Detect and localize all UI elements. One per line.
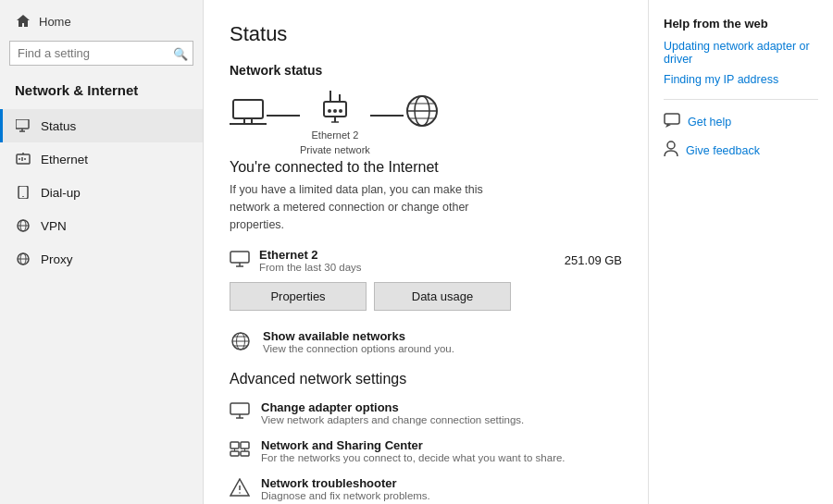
- proxy-icon: [15, 251, 31, 267]
- svg-rect-41: [230, 403, 249, 414]
- proxy-label: Proxy: [41, 252, 73, 266]
- svg-rect-46: [230, 451, 239, 456]
- connection-bar: Ethernet 2 From the last 30 days 251.09 …: [230, 248, 622, 273]
- ethernet-label: Ethernet: [41, 153, 88, 166]
- dialup-label: Dial-up: [41, 186, 81, 200]
- adapter-desc: View network adapters and change connect…: [261, 414, 524, 425]
- svg-rect-0: [16, 119, 29, 129]
- right-panel-title: Help from the web: [664, 17, 818, 31]
- vpn-label: VPN: [41, 219, 67, 233]
- sidebar: Home 🔍 Network & Internet Status Etherne…: [0, 0, 204, 504]
- connection-sub: From the last 30 days: [259, 262, 555, 273]
- get-help-label: Get help: [688, 116, 731, 129]
- ethernet2-label: Ethernet 2: [312, 129, 359, 141]
- search-box: 🔍: [9, 41, 193, 66]
- right-panel: Help from the web Updating network adapt…: [648, 0, 833, 504]
- svg-point-25: [339, 109, 342, 113]
- sidebar-item-proxy[interactable]: Proxy: [0, 242, 203, 276]
- adv-adapter[interactable]: Change adapter options View network adap…: [230, 400, 622, 425]
- advanced-title: Advanced network settings: [230, 371, 622, 387]
- network-status-label: Network status: [230, 63, 622, 78]
- home-label: Home: [39, 15, 71, 29]
- main-content: Status Network status: [204, 0, 648, 504]
- right-link-ip[interactable]: Finding my IP address: [664, 73, 818, 86]
- show-networks-row[interactable]: Show available networks View the connect…: [230, 329, 622, 354]
- svg-point-24: [333, 109, 337, 113]
- net-line-2: [370, 115, 404, 117]
- svg-rect-16: [233, 100, 263, 118]
- give-feedback-action[interactable]: Give feedback: [664, 141, 818, 161]
- get-help-action[interactable]: Get help: [664, 113, 818, 131]
- sharing-icon: [230, 440, 250, 460]
- right-link-adapter[interactable]: Updating network adapter or driver: [664, 40, 818, 66]
- svg-point-55: [667, 141, 675, 149]
- connection-usage: 251.09 GB: [565, 253, 622, 267]
- svg-rect-53: [665, 114, 679, 124]
- properties-button[interactable]: Properties: [230, 282, 367, 311]
- show-networks-content: Show available networks View the connect…: [263, 329, 454, 354]
- sharing-desc: For the networks you connect to, decide …: [261, 452, 566, 463]
- svg-rect-47: [241, 451, 249, 456]
- sidebar-item-status[interactable]: Status: [0, 109, 203, 142]
- connection-details: Ethernet 2 From the last 30 days: [259, 248, 555, 273]
- search-input[interactable]: [9, 41, 193, 66]
- net-line-1: [267, 115, 300, 117]
- sharing-title: Network and Sharing Center: [261, 438, 566, 452]
- adapter-title: Change adapter options: [261, 400, 524, 414]
- globe-icon-group: [404, 94, 441, 152]
- search-icon: 🔍: [173, 46, 188, 60]
- networks-icon: [230, 331, 252, 354]
- show-networks-title: Show available networks: [263, 329, 454, 343]
- svg-rect-33: [230, 252, 249, 263]
- svg-point-23: [328, 109, 331, 113]
- connection-icon: [230, 251, 250, 270]
- connected-title: You're connected to the Internet: [230, 159, 622, 176]
- person-icon: [664, 141, 678, 161]
- laptop-icon-group: [230, 98, 267, 148]
- sidebar-title: Network & Internet: [0, 75, 203, 109]
- svg-rect-44: [230, 442, 239, 449]
- action-buttons: Properties Data usage: [230, 282, 622, 311]
- connected-desc: If you have a limited data plan, you can…: [230, 181, 526, 233]
- svg-rect-3: [17, 154, 30, 164]
- status-label: Status: [41, 119, 76, 133]
- troubleshoot-desc: Diagnose and fix network problems.: [261, 490, 430, 501]
- network-diagram: Ethernet 2 Private network: [230, 91, 622, 155]
- connection-name: Ethernet 2: [259, 248, 555, 262]
- sidebar-home-item[interactable]: Home: [0, 0, 203, 35]
- troubleshoot-title: Network troubleshooter: [261, 476, 430, 490]
- private-network-label: Private network: [300, 144, 370, 155]
- vpn-icon: [15, 217, 31, 234]
- give-feedback-label: Give feedback: [686, 144, 760, 157]
- ethernet-icon: [15, 151, 31, 167]
- right-divider: [664, 99, 818, 100]
- data-usage-button[interactable]: Data usage: [374, 282, 511, 311]
- sidebar-item-dialup[interactable]: Dial-up: [0, 176, 203, 209]
- router-icon-group: Ethernet 2 Private network: [300, 91, 370, 155]
- adv-troubleshoot[interactable]: Network troubleshooter Diagnose and fix …: [230, 476, 622, 501]
- dialup-icon: [15, 184, 31, 201]
- troubleshoot-icon: [230, 478, 250, 499]
- sidebar-item-ethernet[interactable]: Ethernet: [0, 142, 203, 176]
- page-title: Status: [230, 22, 622, 46]
- adv-sharing[interactable]: Network and Sharing Center For the netwo…: [230, 438, 622, 463]
- status-icon: [15, 117, 31, 134]
- svg-point-52: [239, 492, 241, 494]
- home-icon: [15, 13, 31, 30]
- chat-icon: [664, 113, 680, 131]
- adapter-icon: [230, 402, 250, 422]
- svg-rect-45: [241, 442, 249, 449]
- sidebar-item-vpn[interactable]: VPN: [0, 209, 203, 242]
- show-networks-sub: View the connection options around you.: [263, 343, 454, 354]
